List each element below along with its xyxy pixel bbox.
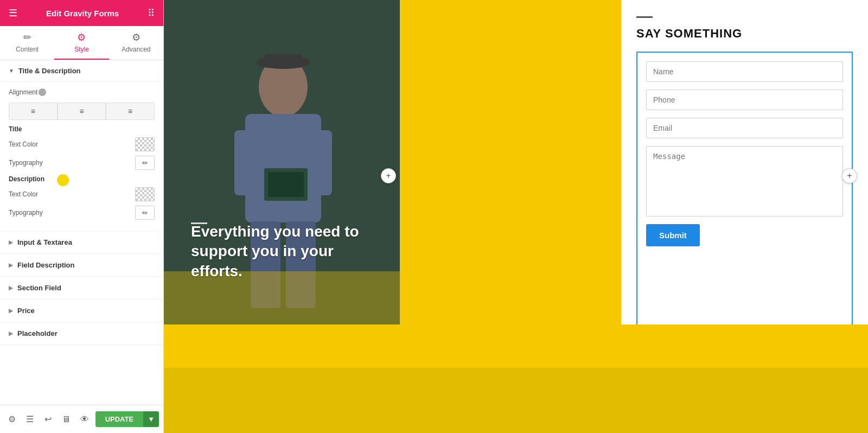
section-field-label: Section Field bbox=[17, 284, 61, 292]
form-inner: Submit bbox=[636, 52, 853, 331]
desc-typography-row: Typography ✏ bbox=[9, 206, 155, 220]
message-textarea[interactable] bbox=[646, 146, 843, 217]
alignment-label: Alignment bbox=[9, 88, 37, 96]
style-icon: ⚙ bbox=[77, 31, 86, 43]
title-typography-row: Typography ✏ bbox=[9, 156, 155, 170]
svg-rect-4 bbox=[234, 130, 261, 195]
title-description-label: Title & Description bbox=[18, 67, 81, 75]
chevron-down-icon: ▼ bbox=[9, 68, 14, 74]
sidebar-content: ▼ Title & Description Alignment ≡ ≡ ≡ Ti… bbox=[0, 60, 163, 405]
chevron-right-icon: ▶ bbox=[9, 239, 13, 245]
grid-icon[interactable]: ⠿ bbox=[148, 7, 155, 19]
content-icon: ✏ bbox=[23, 31, 31, 43]
chevron-right-icon-2: ▶ bbox=[9, 262, 13, 268]
add-element-right-button[interactable]: + bbox=[842, 168, 857, 183]
svg-rect-12 bbox=[268, 172, 304, 197]
sidebar-title: Edit Gravity Forms bbox=[46, 9, 119, 18]
placeholder-section[interactable]: ▶ Placeholder bbox=[0, 322, 163, 345]
settings-icon-btn[interactable]: ⚙ bbox=[4, 411, 20, 428]
align-left-button[interactable]: ≡ bbox=[9, 103, 58, 120]
title-typography-label: Typography bbox=[9, 159, 43, 167]
sidebar-footer: ⚙ ☰ ↩ 🖥 👁 UPDATE ▼ bbox=[0, 405, 163, 433]
desc-typography-label: Typography bbox=[9, 209, 43, 217]
title-description-section-body: Alignment ≡ ≡ ≡ Title Text Color Typogra… bbox=[0, 82, 163, 231]
title-typography-button[interactable]: ✏ bbox=[135, 156, 155, 170]
title-text-color-label: Text Color bbox=[9, 141, 38, 148]
undo-icon-btn[interactable]: ↩ bbox=[41, 411, 56, 428]
sidebar: ☰ Edit Gravity Forms ⠿ ✏ Content ⚙ Style… bbox=[0, 0, 164, 433]
tab-content[interactable]: ✏ Content bbox=[0, 26, 54, 60]
desc-text-color-picker[interactable] bbox=[135, 187, 155, 201]
main-canvas: Everything you need to support you in yo… bbox=[164, 0, 868, 433]
align-right-button[interactable]: ≡ bbox=[106, 103, 155, 120]
plus-icon-left: + bbox=[386, 171, 391, 181]
alignment-circle-icon bbox=[39, 88, 46, 96]
sidebar-tabs: ✏ Content ⚙ Style ⚙ Advanced bbox=[0, 26, 163, 60]
align-center-button[interactable]: ≡ bbox=[58, 103, 106, 120]
person-image-bg: Everything you need to support you in yo… bbox=[164, 0, 400, 324]
responsive-icon-btn[interactable]: 🖥 bbox=[59, 411, 74, 428]
submit-button[interactable]: Submit bbox=[646, 224, 700, 246]
form-panel: SAY SOMETHING Submit bbox=[621, 0, 868, 347]
email-input[interactable] bbox=[646, 118, 843, 138]
alignment-row: Alignment bbox=[9, 88, 155, 96]
preview-icon-btn[interactable]: 👁 bbox=[77, 411, 92, 428]
layers-icon-btn[interactable]: ☰ bbox=[23, 411, 38, 428]
desc-typography-button[interactable]: ✏ bbox=[135, 206, 155, 220]
section-field-section[interactable]: ▶ Section Field bbox=[0, 277, 163, 300]
name-input[interactable] bbox=[646, 61, 843, 82]
update-btn-wrap: UPDATE ▼ bbox=[95, 411, 159, 427]
description-subsection-label: Description bbox=[9, 175, 155, 183]
title-subsection-label: Title bbox=[9, 125, 155, 133]
field-description-section[interactable]: ▶ Field Description bbox=[0, 254, 163, 277]
hamburger-icon[interactable]: ☰ bbox=[9, 7, 17, 19]
tab-style[interactable]: ⚙ Style bbox=[54, 26, 108, 60]
tab-style-label: Style bbox=[74, 46, 89, 53]
chevron-right-icon-5: ▶ bbox=[9, 330, 13, 336]
desc-text-color-row: Text Color bbox=[9, 187, 155, 201]
chevron-right-icon-3: ▶ bbox=[9, 285, 13, 291]
city-silhouette bbox=[164, 368, 868, 433]
phone-input[interactable] bbox=[646, 90, 843, 110]
price-label: Price bbox=[17, 307, 35, 315]
update-button[interactable]: UPDATE bbox=[95, 411, 143, 427]
price-section[interactable]: ▶ Price bbox=[0, 300, 163, 322]
input-textarea-label: Input & Textarea bbox=[17, 238, 72, 246]
svg-rect-5 bbox=[305, 130, 332, 195]
field-description-label: Field Description bbox=[17, 261, 74, 269]
tab-advanced[interactable]: ⚙ Advanced bbox=[109, 26, 163, 60]
plus-icon-right: + bbox=[847, 171, 852, 181]
sidebar-header: ☰ Edit Gravity Forms ⠿ bbox=[0, 0, 163, 26]
placeholder-label: Placeholder bbox=[17, 329, 58, 338]
svg-rect-9 bbox=[264, 54, 302, 68]
title-text-color-row: Text Color bbox=[9, 137, 155, 151]
title-text-color-picker[interactable] bbox=[135, 137, 155, 151]
chevron-right-icon-4: ▶ bbox=[9, 308, 13, 314]
alignment-buttons: ≡ ≡ ≡ bbox=[9, 103, 155, 120]
title-description-section-header[interactable]: ▼ Title & Description bbox=[0, 60, 163, 82]
update-arrow-button[interactable]: ▼ bbox=[143, 411, 159, 427]
tab-advanced-label: Advanced bbox=[122, 46, 150, 53]
tab-content-label: Content bbox=[16, 46, 39, 53]
add-element-left-button[interactable]: + bbox=[381, 168, 396, 183]
input-textarea-section[interactable]: ▶ Input & Textarea bbox=[0, 231, 163, 254]
advanced-icon: ⚙ bbox=[132, 31, 141, 43]
desc-text-color-label: Text Color bbox=[9, 190, 38, 198]
form-top-bar bbox=[636, 16, 653, 18]
form-title: SAY SOMETHING bbox=[636, 27, 853, 41]
canvas-bottom bbox=[164, 324, 868, 433]
canvas-overlay-text: Everything you need to support you in yo… bbox=[191, 222, 389, 281]
canvas-left-panel: Everything you need to support you in yo… bbox=[164, 0, 400, 324]
